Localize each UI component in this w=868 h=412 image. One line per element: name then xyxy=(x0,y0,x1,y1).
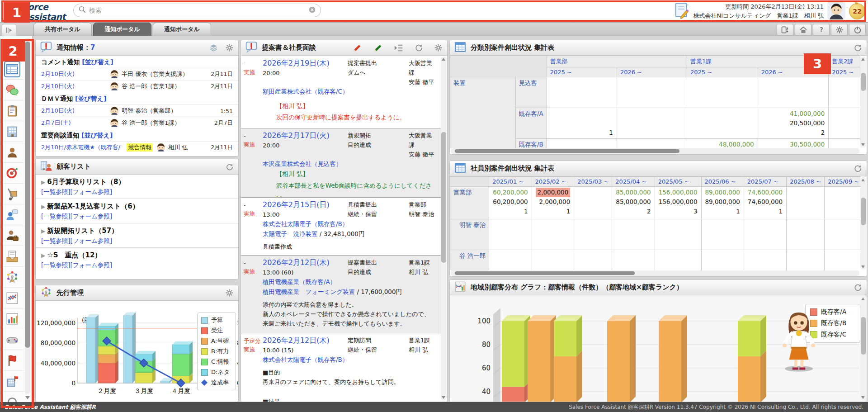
switch-window-button[interactable] xyxy=(777,24,793,36)
sidebar-item-target[interactable] xyxy=(1,163,24,184)
notification-date-link[interactable]: 2月10日/赤木電機★（既存客/ xyxy=(41,143,120,152)
table-col-period[interactable]: 2026 ~ xyxy=(758,67,829,77)
help-button[interactable]: ? xyxy=(813,24,830,36)
clear-search-icon[interactable] xyxy=(308,6,316,15)
table-col-period[interactable]: 2025/06 ~ xyxy=(701,177,744,187)
customer-list-links[interactable]: [一覧参照][フォーム参照] xyxy=(41,237,233,245)
tab-portal-2[interactable]: 通知ポータル xyxy=(153,23,211,36)
table-col-period[interactable]: 2025/03 ~ xyxy=(574,177,612,187)
table-col-period[interactable]: 2025/05 ~ xyxy=(655,177,701,187)
notification-row[interactable]: 2月10日(火) 谷 浩一郎（営業1課） 2月11日 xyxy=(36,80,238,92)
tab-portal-0[interactable]: 共有ポータル xyxy=(33,23,92,36)
refresh-icon[interactable] xyxy=(854,164,862,173)
appointment-entry[interactable]: -実施 2026年2月12日(木)13:00 (60) 提案書提出目的達成 営業… xyxy=(241,256,441,333)
entry-company-link[interactable]: 額田産業株式会社（既存客/C） xyxy=(263,88,437,96)
sidebar-item-handtruck[interactable] xyxy=(1,184,24,204)
entry-date-link[interactable]: 2026年2月19日(木) xyxy=(263,59,330,67)
notification-date-link[interactable]: 2月10日(火) xyxy=(41,82,110,90)
table-col-period[interactable]: 2025/01 ~ xyxy=(489,177,532,187)
notification-date-link[interactable]: 2月7日(土) xyxy=(41,119,110,127)
sidebar-item-list-table[interactable] xyxy=(1,59,24,80)
gear-icon[interactable] xyxy=(434,43,443,52)
customer-list-links[interactable]: [一覧参照][フォーム参照] xyxy=(41,213,233,221)
customer-list-item[interactable]: ▶☆S 重点（12） [一覧参照][フォーム参照] xyxy=(36,248,238,272)
customer-list-item[interactable]: ▶新規開拓リスト（57） [一覧参照][フォーム参照] xyxy=(36,223,238,248)
refresh-icon[interactable] xyxy=(854,283,862,292)
appointment-entry[interactable]: -実施 2026年2月15日(日)13:00 見積書提出継続・保留 営業部明智 … xyxy=(241,198,441,256)
entry-product[interactable]: 植田電機産業 フォーミング装置 / 17,600,000円 xyxy=(263,288,437,296)
entry-product[interactable]: 太陽電子 洗浄装置 / 32,481,000円 xyxy=(263,230,437,238)
customer-list-item[interactable]: ▶新製品X-1見込客リスト（6） [一覧参照][フォーム参照] xyxy=(36,199,238,223)
assistant-mascot[interactable] xyxy=(776,308,821,374)
table-col-period[interactable]: 2025/04 ~ xyxy=(612,177,655,187)
sidebar-item-game-controller[interactable] xyxy=(1,329,24,350)
sidebar-scrollbar[interactable] xyxy=(25,38,30,394)
refresh-icon[interactable] xyxy=(854,43,862,52)
red-pencil-icon[interactable] xyxy=(352,43,362,53)
tab-portal-1[interactable]: 通知ポータル xyxy=(93,23,151,36)
entry-date-link[interactable]: 2026年2月15日(日) xyxy=(263,200,330,209)
sidebar-item-building[interactable] xyxy=(1,121,24,142)
memo-icon[interactable] xyxy=(675,1,690,21)
layers-icon[interactable] xyxy=(209,43,218,52)
notification-date-link[interactable]: 2月10日(火) xyxy=(41,70,110,78)
employee-summary-table[interactable]: 2025/01 ~2025/02 ~2025/03 ~2025/04 ~2025… xyxy=(450,176,860,270)
sidebar-item-flag[interactable] xyxy=(1,350,24,371)
table-col-period[interactable]: 2025 ~ xyxy=(687,67,758,77)
table-row-label[interactable]: 谷 浩一郎 xyxy=(450,250,489,271)
entry-company-link[interactable]: 株式会社太陽電子（既存客/B） xyxy=(263,220,437,228)
gear-icon[interactable] xyxy=(225,289,234,297)
entry-date-link[interactable]: 2026年2月17日(火) xyxy=(263,131,330,140)
sidebar-item-line-chart[interactable] xyxy=(1,288,24,308)
list-arrow-icon[interactable] xyxy=(394,43,404,53)
search-input[interactable] xyxy=(89,7,306,14)
notification-row[interactable]: 2月7日(土) 谷 浩一郎（営業1課） 2月7日 xyxy=(36,117,238,129)
sidebar-item-clipboard[interactable] xyxy=(1,100,24,121)
refresh-icon[interactable] xyxy=(226,163,234,171)
sidebar-scroll-down-icon[interactable] xyxy=(25,396,30,399)
table-row-label[interactable]: 明智 泰治 xyxy=(450,219,489,250)
home-button[interactable] xyxy=(795,24,811,36)
notification-row[interactable]: 2月10日(火) 明智 泰治（営業部） 1:51 xyxy=(36,104,238,117)
table-row-label[interactable]: 営業部 xyxy=(450,187,489,219)
table1-vscrollbar[interactable] xyxy=(860,57,866,147)
table-col-period[interactable]: 2025/02 ~ xyxy=(532,177,574,187)
avatar[interactable] xyxy=(827,1,845,21)
sidebar-item-chat-bubbles[interactable] xyxy=(1,80,24,100)
table2-vscrollbar[interactable] xyxy=(860,177,866,270)
region-vscrollbar[interactable] xyxy=(860,296,866,400)
sidebar-item-person-chat[interactable] xyxy=(1,204,24,225)
table-col-period[interactable]: 2025/08 ~ xyxy=(787,177,825,187)
sidebar-item-bar-chart[interactable] xyxy=(1,308,24,329)
sidebar-item-person[interactable] xyxy=(1,142,24,163)
sort-link[interactable]: [並び替え] xyxy=(81,132,113,139)
table-col-period[interactable]: 2025 ~ xyxy=(547,67,617,77)
appointment-entry[interactable]: -実施 2026年2月19日(木)20:00 提案書提出ダムへ 大阪営業課安藤 … xyxy=(241,56,441,128)
entry-date-link[interactable]: 2026年2月12日(木) xyxy=(263,258,330,267)
notification-row[interactable]: 2月10日/赤木電機★（既存客/ 競合情報 相川 弘 2月11日 xyxy=(36,141,238,153)
table-col-group[interactable]: 営業1課 xyxy=(687,56,828,67)
table-col-period[interactable]: 2025 ~ xyxy=(829,67,860,77)
category-summary-table[interactable]: 営業部営業1課営業2課2025 ~2026 ~2025 ~2026 ~2025 … xyxy=(450,56,860,148)
customer-list-links[interactable]: [一覧参照][フォーム参照] xyxy=(41,261,233,270)
search-box[interactable] xyxy=(73,4,321,17)
sidebar-item-building-flag[interactable] xyxy=(1,371,24,392)
entry-company-link[interactable]: 植田電機産業（既存客/A） xyxy=(263,278,437,286)
refresh-icon[interactable] xyxy=(415,43,423,52)
notification-date-link[interactable]: 2月10日(火) xyxy=(41,107,110,115)
entry-company-link[interactable]: 株式会社太陽電子（既存客/B） xyxy=(263,356,437,364)
entry-date-link[interactable]: 2026年2月12日(木) xyxy=(263,336,330,345)
sidebar-item-page[interactable] xyxy=(1,38,24,59)
settings-button[interactable] xyxy=(831,24,848,36)
entry-company-link[interactable]: 本沢産業株式会社（見込客） xyxy=(263,160,437,168)
appointment-entry[interactable]: -実施 2026年2月17日(火)20:00 新規開拓目的達成 大阪営業課安藤 … xyxy=(241,128,441,198)
sort-link[interactable]: [並び替え] xyxy=(82,58,113,66)
appointment-entry[interactable]: 予定分実施 2026年2月12日(木)10:00 (15) 定期訪問継続・保留 … xyxy=(241,333,441,402)
sidebar-item-businessman[interactable] xyxy=(1,225,24,246)
proposals-scrollbar[interactable] xyxy=(441,57,447,400)
table-col-period[interactable]: 2025/07 ~ xyxy=(744,177,786,187)
sidebar-item-ferris-wheel[interactable] xyxy=(1,267,24,288)
sort-link[interactable]: [並び替え] xyxy=(75,95,106,102)
table-col-group[interactable]: 営業部 xyxy=(547,56,687,67)
customer-list-links[interactable]: [一覧参照][フォーム参照] xyxy=(41,188,233,196)
